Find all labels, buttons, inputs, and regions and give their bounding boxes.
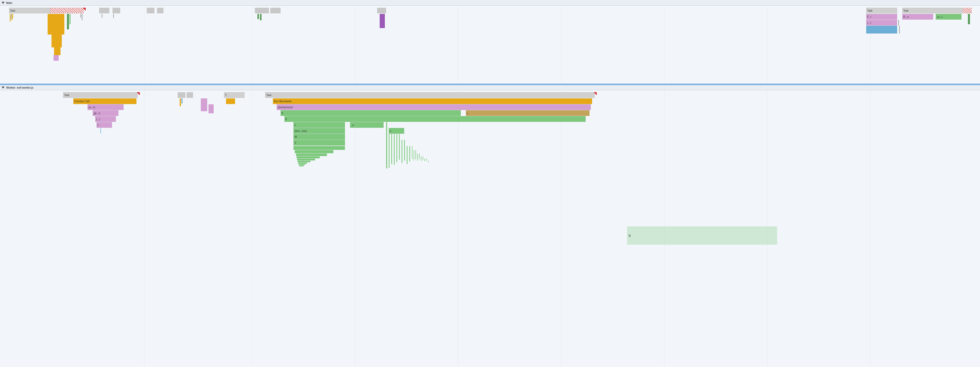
worker-green-tall-13 [415, 150, 416, 159]
worker-green-tall-3 [391, 128, 392, 164]
worker-green-tall-18 [425, 159, 425, 161]
main-blue-rect-block[interactable] [866, 26, 897, 34]
grid-line-7 [767, 6, 767, 83]
main-la-t-label: La...t [937, 16, 942, 18]
main-parens-label: (...) [867, 21, 871, 24]
worker-grid-1 [144, 90, 145, 367]
main-parens-block[interactable]: (...) [866, 20, 897, 26]
main-bar-orange-1 [10, 14, 11, 22]
main-task-right-1[interactable] [377, 8, 386, 13]
main-f-l-block[interactable]: F...l [866, 14, 897, 19]
main-green-far-right [968, 14, 970, 24]
worker-ft-parens[interactable]: (... [466, 110, 590, 116]
worker-task-3[interactable]: Task [265, 92, 595, 98]
worker-ano-ous-label: (ano...ous) [294, 129, 307, 132]
main-orange-block-3 [54, 47, 60, 55]
main-section-label: Main [6, 1, 12, 5]
worker-task-mid-2[interactable] [187, 92, 193, 98]
worker-section: Worker: exif-worker.js Task Function Cal… [0, 85, 980, 367]
worker-task-t-dots[interactable]: T... [224, 92, 245, 98]
worker-ano-ous[interactable]: (ano...ous) [293, 128, 345, 134]
worker-task-mid-1[interactable] [178, 92, 185, 98]
main-green-mid-2 [260, 14, 261, 20]
main-green-bar-2 [70, 14, 70, 24]
main-section-header[interactable]: Main [0, 0, 980, 6]
main-green-mid-1 [258, 14, 259, 19]
worker-orange-t [226, 98, 235, 104]
main-task-right-big-1-label: Task [867, 9, 873, 12]
worker-task-3-label: Task [266, 94, 272, 97]
worker-run-microtasks-label: Run Microtasks [274, 100, 292, 103]
worker-anonymous-1[interactable]: (anonymous) [277, 104, 591, 110]
worker-green-tall-19 [426, 159, 427, 161]
main-orange-block-2 [51, 35, 62, 47]
main-task-small-2[interactable] [113, 8, 120, 13]
main-task-mid-2[interactable] [270, 8, 281, 13]
worker-green-sub-9 [299, 165, 304, 166]
main-task-right-big-1[interactable]: Task [866, 8, 897, 13]
main-purple-right [380, 14, 385, 28]
main-bar-blue-1 [11, 14, 11, 19]
worker-green-sub-5 [297, 159, 315, 160]
worker-ge-e[interactable]: ge...e [93, 110, 118, 116]
worker-green-tall-20 [428, 161, 429, 162]
worker-run-microtasks[interactable]: Run Microtasks [273, 98, 592, 104]
worker-ft[interactable]: ft [281, 110, 461, 116]
worker-w[interactable]: W [293, 134, 345, 140]
grid-line-2 [252, 6, 253, 83]
worker-green-tall-7 [402, 140, 402, 163]
worker-v[interactable]: V [293, 140, 345, 145]
worker-green-tall-8 [404, 140, 405, 160]
worker-it-label: It [628, 234, 631, 238]
worker-collapse-icon[interactable] [2, 86, 5, 89]
main-f-l-label: F...l [867, 16, 871, 18]
worker-green-tall-5 [396, 134, 397, 162]
worker-green-tall-11 [412, 146, 412, 159]
worker-o[interactable]: o [389, 128, 404, 134]
worker-green-tall-2 [389, 128, 390, 168]
main-la-t-block[interactable]: La...t [936, 14, 961, 19]
worker-_e-label: _e [351, 124, 354, 126]
worker-lt-label: lt [285, 118, 287, 121]
worker-task-1-label: Task [64, 94, 70, 97]
worker-v-label: V [294, 141, 296, 144]
worker-z-label: z [294, 124, 296, 126]
worker-green-tall-9 [407, 146, 407, 164]
main-collapse-icon[interactable] [2, 2, 5, 4]
main-task-1-hatch [50, 8, 84, 13]
worker-green-sub-2 [295, 150, 333, 153]
worker-function-call[interactable]: Function Call [73, 98, 137, 104]
main-task-1-red-corner [83, 8, 86, 11]
main-task-small-3[interactable] [147, 8, 154, 13]
worker-ft-label: ft [282, 112, 283, 115]
main-orange-block-1 [48, 14, 64, 35]
worker-section-header[interactable]: Worker: exif-worker.js [0, 85, 980, 90]
worker-green-tall-12 [414, 150, 414, 160]
worker-z[interactable]: z [293, 122, 345, 128]
worker-w-label: W [294, 136, 297, 138]
worker-green-tall-6 [399, 134, 400, 160]
worker-lt[interactable]: lt [285, 116, 585, 122]
worker-green-tall-15 [419, 153, 420, 159]
main-task-mid-1[interactable] [255, 8, 269, 13]
worker-_e[interactable]: _e [350, 122, 383, 128]
main-tick-3 [102, 14, 102, 18]
worker-parens-1-label: (...) [96, 118, 100, 121]
worker-parens-1[interactable]: (...) [95, 116, 116, 122]
worker-green-tall-16 [421, 156, 422, 161]
worker-grid-4 [458, 90, 458, 367]
main-task-small-1[interactable] [99, 8, 110, 13]
main-r-e-block[interactable]: R...e [902, 14, 933, 19]
flame-chart: Main Task [0, 0, 980, 367]
worker-a-s[interactable]: (a...s) [88, 104, 124, 110]
worker-ge-e-label: ge...e [94, 112, 100, 115]
worker-task-1[interactable]: Task [63, 92, 138, 98]
main-task-small-4[interactable] [157, 8, 164, 13]
main-task-right-big-2[interactable]: Task [902, 8, 972, 13]
main-green-bar-1 [67, 14, 69, 29]
worker-f-dots[interactable]: f... [97, 122, 112, 128]
grid-line-4 [458, 6, 458, 83]
worker-f-dots-label: f... [97, 124, 100, 126]
worker-section-label: Worker: exif-worker.js [6, 86, 33, 89]
worker-green-tall-1 [386, 122, 387, 168]
